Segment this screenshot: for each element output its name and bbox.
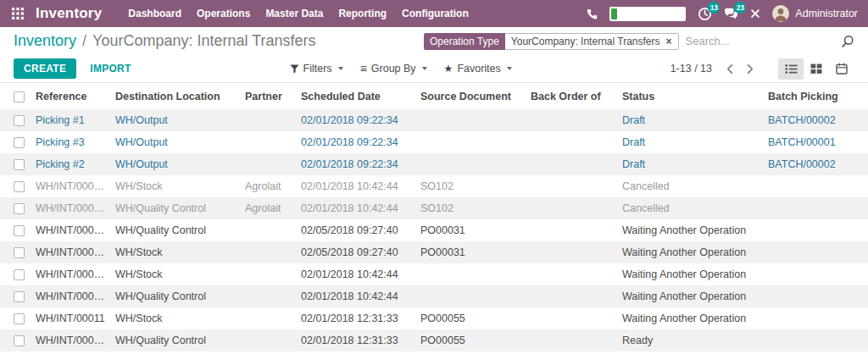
activities-clock-icon[interactable]: 13 [698,7,712,21]
cell-partner[interactable] [240,219,296,241]
import-button[interactable]: IMPORT [90,63,131,75]
cell-destination[interactable]: WH/Output [110,153,240,175]
cell-scheduled[interactable]: 02/01/2018 09:22:34 [296,131,415,153]
cell-reference[interactable]: WH/INT/00011 [31,307,110,329]
cell-status[interactable]: Draft [617,153,763,175]
app-title[interactable]: Inventory [36,5,102,22]
nav-menu-reporting[interactable]: Reporting [331,8,394,19]
select-all-checkbox-cell[interactable] [0,83,31,109]
timer-widget[interactable] [609,7,686,21]
cell-destination[interactable]: WH/Quality Control [110,219,240,241]
row-checkbox-cell[interactable] [0,263,31,285]
cell-partner[interactable] [240,263,296,285]
cell-source[interactable] [415,131,526,153]
phone-icon[interactable] [587,8,598,19]
cell-batch[interactable] [763,307,868,329]
pager-next-button[interactable] [746,64,754,75]
column-header-status[interactable]: Status [617,83,763,109]
support-x-icon[interactable] [750,8,760,19]
nav-menu-operations[interactable]: Operations [189,8,258,19]
cell-status[interactable]: Waiting Another Operation [617,241,763,263]
cell-backorder[interactable] [526,285,617,307]
table-row-wh-int-00007[interactable]: WH/INT/00007WH/Stock02/01/2018 10:42:44W… [0,263,868,285]
cell-reference[interactable]: Picking #1 [31,109,110,131]
cell-destination[interactable]: WH/Output [110,131,240,153]
table-row-picking-2[interactable]: Picking #2WH/Output02/01/2018 09:22:34Dr… [0,153,868,175]
column-header-batch-picking[interactable]: Batch Picking [763,83,868,109]
row-checkbox-cell[interactable] [0,109,31,131]
cell-status[interactable]: Ready [617,329,763,351]
cell-status[interactable]: Draft [617,109,763,131]
calendar-view-button[interactable] [829,58,854,80]
table-row-wh-int-00006[interactable]: WH/INT/00006WH/Quality Control02/01/2018… [0,285,868,307]
cell-status[interactable]: Draft [617,131,763,153]
cell-destination[interactable]: WH/Quality Control [110,197,240,219]
row-checkbox[interactable] [14,291,25,302]
cell-scheduled[interactable]: 02/05/2018 09:27:40 [296,241,415,263]
cell-reference[interactable]: WH/INT/00007 [31,263,110,285]
cell-source[interactable]: PO00055 [415,329,526,351]
cell-destination[interactable]: WH/Stock [110,175,240,197]
nav-menu-configuration[interactable]: Configuration [394,8,476,19]
cell-batch[interactable] [763,329,868,351]
row-checkbox-cell[interactable] [0,153,31,175]
cell-reference[interactable]: WH/INT/00003 [31,175,110,197]
cell-backorder[interactable] [526,241,617,263]
cell-backorder[interactable] [526,307,617,329]
nav-menu-master-data[interactable]: Master Data [258,8,331,19]
cell-batch[interactable]: BATCH/00001 [763,131,868,153]
cell-partner[interactable] [240,109,296,131]
group-by-dropdown[interactable]: ≡ Group By [360,62,427,75]
cell-reference[interactable]: WH/INT/00004 [31,219,110,241]
cell-batch[interactable] [763,197,868,219]
cell-source[interactable] [415,109,526,131]
cell-backorder[interactable] [526,175,617,197]
row-checkbox-cell[interactable] [0,307,31,329]
cell-scheduled[interactable]: 02/01/2018 09:22:34 [296,153,415,175]
breadcrumb-parent-link[interactable]: Inventory [14,32,76,50]
cell-status[interactable]: Waiting Another Operation [617,285,763,307]
cell-source[interactable]: SO102 [415,175,526,197]
cell-scheduled[interactable]: 02/01/2018 12:31:33 [296,329,415,351]
cell-destination[interactable]: WH/Stock [110,241,240,263]
row-checkbox[interactable] [14,203,25,214]
cell-destination[interactable]: WH/Stock [110,263,240,285]
cell-partner[interactable] [240,307,296,329]
facet-remove-icon[interactable]: × [666,36,672,47]
cell-backorder[interactable] [526,329,617,351]
cell-backorder[interactable] [526,109,617,131]
kanban-view-button[interactable] [804,58,829,80]
row-checkbox-cell[interactable] [0,329,31,351]
apps-menu-icon[interactable] [8,4,27,23]
row-checkbox-cell[interactable] [0,241,31,263]
table-row-wh-int-00005[interactable]: WH/INT/00005WH/Stock02/05/2018 09:27:40P… [0,241,868,263]
cell-batch[interactable] [763,285,868,307]
table-row-picking-1[interactable]: Picking #1WH/Output02/01/2018 09:22:34Dr… [0,109,868,131]
cell-partner[interactable] [240,329,296,351]
column-header-source-document[interactable]: Source Document [415,83,526,109]
table-row-wh-int-00011[interactable]: WH/INT/00011WH/Stock02/01/2018 12:31:33P… [0,307,868,329]
row-checkbox[interactable] [14,137,25,148]
cell-scheduled[interactable]: 02/01/2018 10:42:44 [296,285,415,307]
cell-source[interactable] [415,263,526,285]
row-checkbox[interactable] [14,115,25,126]
cell-reference[interactable]: WH/INT/00005 [31,241,110,263]
cell-source[interactable]: PO00031 [415,219,526,241]
row-checkbox[interactable] [14,313,25,324]
cell-partner[interactable] [240,131,296,153]
cell-scheduled[interactable]: 02/05/2018 09:27:40 [296,219,415,241]
cell-batch[interactable]: BATCH/00002 [763,153,868,175]
search-input[interactable] [686,35,836,47]
row-checkbox-cell[interactable] [0,197,31,219]
cell-status[interactable]: Cancelled [617,175,763,197]
cell-source[interactable]: PO00055 [415,307,526,329]
row-checkbox[interactable] [14,269,25,280]
cell-reference[interactable]: WH/INT/00006 [31,285,110,307]
create-button[interactable]: CREATE [14,58,76,79]
cell-source[interactable]: SO102 [415,197,526,219]
table-row-wh-int-00004[interactable]: WH/INT/00004WH/Quality Control02/05/2018… [0,219,868,241]
filters-dropdown[interactable]: Filters [290,63,343,75]
row-checkbox-cell[interactable] [0,285,31,307]
cell-scheduled[interactable]: 02/01/2018 10:42:44 [296,263,415,285]
select-all-checkbox[interactable] [14,91,25,102]
